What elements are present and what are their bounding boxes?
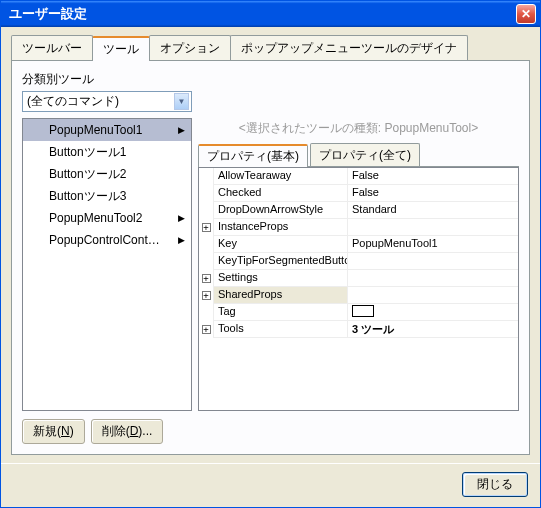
expand-toggle [199,304,214,321]
expand-toggle[interactable]: + [199,287,214,304]
property-name: DropDownArrowStyle [214,202,348,219]
property-value[interactable] [348,219,518,236]
plus-icon: + [202,325,211,334]
plus-icon: + [202,274,211,283]
expand-toggle [199,202,214,219]
main-tabstrip: ツールバーツールオプションポップアップメニューツールのデザイナ [11,35,530,61]
new-button[interactable]: 新規(N) [22,419,85,444]
empty-value-icon [352,305,374,317]
window-close-button[interactable]: ✕ [516,4,536,24]
expand-toggle [199,253,214,270]
tool-item[interactable]: Buttonツール1 [23,141,191,163]
expand-toggle [199,168,214,185]
property-name: Key [214,236,348,253]
property-name: KeyTipForSegmentedButto [214,253,348,270]
property-name: Settings [214,270,348,287]
titlebar: ユーザー設定 ✕ [1,1,540,27]
close-button[interactable]: 閉じる [462,472,528,497]
main-tab-0[interactable]: ツールバー [11,35,93,60]
chevron-down-icon: ▼ [174,93,189,110]
submenu-arrow-icon: ▶ [178,213,185,223]
category-dropdown-value: (全てのコマンド) [27,93,174,110]
tool-item-label: Buttonツール3 [49,188,126,205]
property-value[interactable]: 3 ツール [348,321,518,338]
property-value[interactable]: False [348,168,518,185]
selected-type-hint: <選択されたツールの種類: PopupMenuTool> [198,118,519,143]
window-title: ユーザー設定 [9,5,516,23]
submenu-arrow-icon: ▶ [178,235,185,245]
plus-icon: + [202,291,211,300]
main-tab-3[interactable]: ポップアップメニューツールのデザイナ [230,35,468,60]
category-label: 分類別ツール [22,71,519,88]
property-name: AllowTearaway [214,168,348,185]
user-settings-dialog: ユーザー設定 ✕ ツールバーツールオプションポップアップメニューツールのデザイナ… [0,0,541,508]
property-row[interactable]: +Tools3 ツール [199,321,518,338]
tool-item-label: PopupMenuTool2 [49,211,142,225]
delete-button[interactable]: 削除(D)... [91,419,164,444]
property-name: InstanceProps [214,219,348,236]
submenu-arrow-icon: ▶ [178,125,185,135]
close-icon: ✕ [521,7,531,21]
property-value[interactable]: False [348,185,518,202]
property-value[interactable] [348,270,518,287]
category-dropdown[interactable]: (全てのコマンド) ▼ [22,91,192,112]
tool-item[interactable]: PopupControlCont…▶ [23,229,191,251]
property-row[interactable]: +InstanceProps [199,219,518,236]
property-row[interactable]: AllowTearawayFalse [199,168,518,185]
main-tab-1[interactable]: ツール [92,36,150,61]
tool-list[interactable]: PopupMenuTool1▶Buttonツール1Buttonツール2Butto… [22,118,192,411]
expand-toggle [199,236,214,253]
property-grid[interactable]: AllowTearawayFalseCheckedFalseDropDownAr… [198,167,519,411]
property-value[interactable]: PopupMenuTool1 [348,236,518,253]
property-row[interactable]: KeyPopupMenuTool1 [199,236,518,253]
property-row[interactable]: DropDownArrowStyleStandard [199,202,518,219]
property-value[interactable] [348,287,518,304]
property-value[interactable] [348,304,518,321]
property-name: Checked [214,185,348,202]
property-row[interactable]: KeyTipForSegmentedButto [199,253,518,270]
tool-item[interactable]: PopupMenuTool2▶ [23,207,191,229]
expand-toggle[interactable]: + [199,219,214,236]
property-tabstrip: プロパティ(基本)プロパティ(全て) [198,143,519,167]
property-row[interactable]: +Settings [199,270,518,287]
property-tab-0[interactable]: プロパティ(基本) [198,144,308,167]
property-row[interactable]: Tag [199,304,518,321]
property-tab-1[interactable]: プロパティ(全て) [310,143,420,166]
expand-toggle[interactable]: + [199,321,214,338]
property-row[interactable]: CheckedFalse [199,185,518,202]
tool-item-label: Buttonツール2 [49,166,126,183]
tool-item-label: Buttonツール1 [49,144,126,161]
property-value[interactable]: Standard [348,202,518,219]
expand-toggle[interactable]: + [199,270,214,287]
tool-item[interactable]: Buttonツール3 [23,185,191,207]
property-row[interactable]: +SharedProps [199,287,518,304]
main-tab-2[interactable]: オプション [149,35,231,60]
property-name: Tag [214,304,348,321]
property-name: SharedProps [214,287,348,304]
tool-item[interactable]: Buttonツール2 [23,163,191,185]
property-name: Tools [214,321,348,338]
tool-item-label: PopupControlCont… [49,233,160,247]
tool-item[interactable]: PopupMenuTool1▶ [23,119,191,141]
plus-icon: + [202,223,211,232]
property-value[interactable] [348,253,518,270]
expand-toggle [199,185,214,202]
tool-item-label: PopupMenuTool1 [49,123,142,137]
